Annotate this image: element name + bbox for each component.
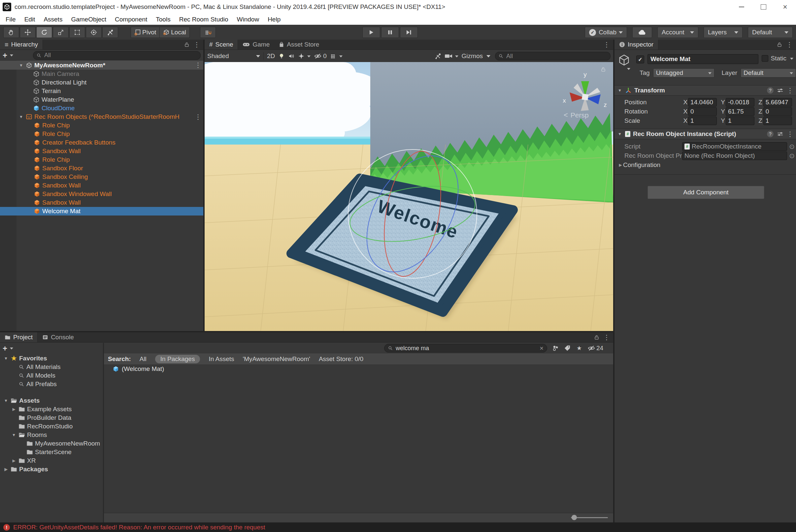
cloud-button[interactable]	[632, 27, 652, 38]
scale-x-field[interactable]: 1	[688, 116, 717, 125]
tab-project[interactable]: Project	[0, 332, 38, 342]
lighting-toggle-button[interactable]	[278, 53, 285, 59]
hierarchy-item-sandbox-ceiling[interactable]: Sandbox Ceiling	[0, 173, 203, 181]
grid-snap-button[interactable]	[200, 27, 216, 38]
hierarchy-item-directional-light[interactable]: Directional Light	[0, 78, 203, 87]
project-tree-myawesomenewroom[interactable]: MyAwesomeNewRoom	[0, 439, 103, 448]
object-picker-icon[interactable]	[789, 143, 795, 150]
result-welcome-mat[interactable]: (Welcome Mat)	[104, 364, 613, 374]
presets-icon[interactable]	[777, 131, 783, 137]
pivot-toggle-button[interactable]: Pivot	[131, 27, 160, 38]
scope-all[interactable]: All	[139, 356, 147, 363]
layer-dropdown[interactable]: Default	[741, 68, 796, 78]
object-name-field[interactable]: Welcome Mat	[647, 54, 758, 64]
gizmos-dropdown[interactable]: Gizmos	[462, 53, 490, 60]
script-field[interactable]: RecRoomObjectInstance	[682, 142, 787, 151]
scope-room[interactable]: 'MyAwesomeNewRoom'	[243, 356, 310, 363]
project-tree-probuilder-data[interactable]: ProBuilder Data	[0, 414, 103, 422]
menu-help[interactable]: Help	[263, 16, 285, 23]
scope-asset-store[interactable]: Asset Store: 0/0	[319, 356, 363, 363]
configuration-foldout[interactable]: Configuration	[614, 160, 796, 170]
menu-gameobject[interactable]: GameObject	[67, 16, 111, 23]
expander-icon[interactable]	[11, 458, 17, 463]
active-checkbox[interactable]	[636, 55, 644, 63]
recroom-object-field[interactable]: None (Rec Room Object)	[682, 151, 787, 160]
shading-mode-dropdown[interactable]: Shaded	[207, 53, 260, 60]
transform-component-header[interactable]: Transform	[614, 85, 796, 96]
hierarchy-item-role-chip[interactable]: Role Chip	[0, 121, 203, 130]
layout-dropdown[interactable]: Default	[748, 27, 793, 38]
effects-dropdown[interactable]	[298, 53, 310, 60]
scale-tool-button[interactable]	[53, 27, 69, 38]
play-button[interactable]	[362, 27, 380, 38]
project-tree-assets[interactable]: Assets	[0, 396, 103, 405]
menu-window[interactable]: Window	[233, 16, 264, 23]
local-toggle-button[interactable]: Local	[160, 27, 189, 38]
create-object-arrow-icon[interactable]	[8, 52, 13, 59]
project-menu-icon[interactable]	[603, 334, 610, 341]
scene-visibility-toggle[interactable]: 0	[314, 53, 327, 60]
hierarchy-item-welcome-mat[interactable]: Welcome Mat	[0, 207, 203, 215]
project-tree-all-materials[interactable]: All Materials	[0, 363, 103, 371]
script-component-header[interactable]: Rec Room Object Instance (Script)	[614, 129, 796, 139]
project-tree-example-assets[interactable]: Example Assets	[0, 405, 103, 414]
audio-toggle-button[interactable]	[288, 53, 295, 59]
project-search-input[interactable]	[395, 345, 537, 352]
hierarchy-item-clouddome[interactable]: CloudDome	[0, 104, 203, 113]
project-tree-packages[interactable]: Packages	[0, 465, 103, 474]
expander-icon[interactable]	[3, 356, 8, 361]
scope-in-assets[interactable]: In Assets	[209, 356, 234, 363]
help-icon[interactable]	[767, 87, 774, 94]
hierarchy-item-sandbox-windowed-wall[interactable]: Sandbox Windowed Wall	[0, 190, 203, 198]
maximize-button[interactable]	[753, 0, 774, 14]
project-tree-xr[interactable]: XR	[0, 456, 103, 465]
custom-tools-button[interactable]	[102, 27, 118, 38]
collab-dropdown[interactable]: Collab	[585, 27, 627, 38]
lock-icon[interactable]	[594, 335, 599, 340]
thumbnail-zoom-slider[interactable]	[571, 517, 608, 518]
hierarchy-item-sandbox-wall[interactable]: Sandbox Wall	[0, 181, 203, 190]
item-options-icon[interactable]	[195, 114, 201, 120]
tab-asset-store[interactable]: Asset Store	[274, 40, 324, 50]
menu-assets[interactable]: Assets	[39, 16, 67, 23]
scale-z-field[interactable]: 1	[763, 116, 792, 125]
rotate-tool-button[interactable]	[36, 27, 52, 38]
tab-hierarchy[interactable]: Hierarchy	[0, 40, 43, 50]
project-tree-all-models[interactable]: All Models	[0, 371, 103, 380]
menu-rec-room-studio[interactable]: Rec Room Studio	[175, 16, 233, 23]
transform-tool-button[interactable]	[86, 27, 102, 38]
project-tree-rooms[interactable]: Rooms	[0, 431, 103, 439]
search-by-type-button[interactable]	[550, 344, 561, 353]
tab-console[interactable]: Console	[38, 332, 78, 342]
scale-y-field[interactable]: 1	[726, 116, 754, 125]
grid-settings-dropdown[interactable]	[330, 53, 343, 60]
menu-file[interactable]: File	[1, 16, 20, 23]
create-object-button[interactable]	[3, 52, 7, 59]
gizmo-cube[interactable]	[582, 94, 588, 100]
hand-tool-button[interactable]	[3, 27, 19, 38]
component-menu-icon[interactable]	[787, 87, 793, 94]
account-dropdown[interactable]: Account	[657, 27, 698, 38]
project-tree-recroomstudio[interactable]: RecRoomStudio	[0, 422, 103, 431]
step-button[interactable]	[400, 27, 418, 38]
lock-icon[interactable]	[184, 42, 189, 47]
2d-toggle-button[interactable]: 2D	[267, 53, 275, 60]
component-menu-icon[interactable]	[787, 131, 793, 137]
hierarchy-item-role-chip[interactable]: Role Chip	[0, 155, 203, 164]
scene-camera-dropdown[interactable]	[444, 53, 458, 60]
help-icon[interactable]	[767, 131, 774, 137]
position-y-field[interactable]: -0.0018	[726, 98, 754, 107]
lock-icon[interactable]	[777, 42, 782, 47]
project-tree-all-prefabs[interactable]: All Prefabs	[0, 380, 103, 388]
orientation-gizmo[interactable]: y x z	[557, 68, 613, 117]
scene-tools-button[interactable]	[435, 53, 441, 59]
close-button[interactable]	[774, 0, 796, 14]
menu-component[interactable]: Component	[111, 16, 151, 23]
expander-icon[interactable]	[18, 115, 24, 119]
rect-tool-button[interactable]	[69, 27, 85, 38]
menu-edit[interactable]: Edit	[20, 16, 40, 23]
scene-viewport[interactable]: Welcome y x z Persp	[205, 62, 613, 331]
hierarchy-item-creator-feedback-buttons[interactable]: Creator Feedback Buttons	[0, 138, 203, 147]
inspector-menu-icon[interactable]	[786, 41, 793, 48]
clear-search-icon[interactable]	[539, 345, 544, 352]
